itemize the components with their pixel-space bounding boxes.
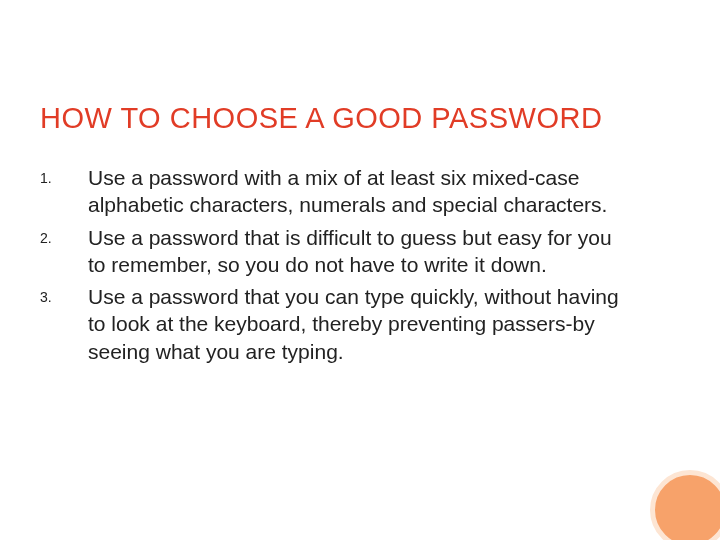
list-number: 2. xyxy=(40,224,88,246)
decorative-circle-icon xyxy=(650,470,720,540)
list-text: Use a password that you can type quickly… xyxy=(88,283,620,365)
list-item: 3. Use a password that you can type quic… xyxy=(40,283,620,365)
password-tips-list: 1. Use a password with a mix of at least… xyxy=(40,164,620,370)
list-number: 3. xyxy=(40,283,88,305)
slide-title: HOW TO CHOOSE A GOOD PASSWORD xyxy=(40,102,602,135)
slide: HOW TO CHOOSE A GOOD PASSWORD 1. Use a p… xyxy=(0,0,720,540)
list-number: 1. xyxy=(40,164,88,186)
list-item: 2. Use a password that is difficult to g… xyxy=(40,224,620,279)
list-item: 1. Use a password with a mix of at least… xyxy=(40,164,620,219)
list-text: Use a password that is difficult to gues… xyxy=(88,224,620,279)
list-text: Use a password with a mix of at least si… xyxy=(88,164,620,219)
